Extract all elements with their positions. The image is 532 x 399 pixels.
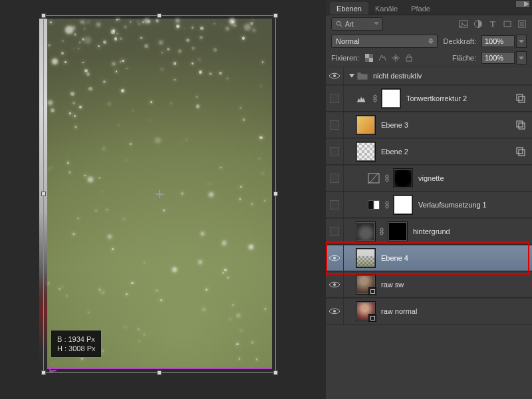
transform-handle-tr[interactable] [273, 13, 278, 18]
layer-name: hintergrund [413, 227, 450, 235]
layer-mask-thumb[interactable] [381, 88, 401, 108]
fill-label: Fläche: [452, 54, 476, 62]
lock-transparency-icon[interactable] [364, 53, 374, 63]
transform-handle-tl[interactable] [41, 13, 46, 18]
layer-mask-thumb[interactable] [393, 168, 413, 188]
layer-filter-type[interactable]: Art [331, 17, 383, 31]
layer-thumb[interactable] [356, 248, 376, 268]
placed-layer[interactable]: B : 1934 Px H : 3008 Px [47, 19, 272, 369]
svg-rect-8 [365, 54, 369, 58]
visibility-toggle[interactable] [326, 192, 344, 217]
layer-name: raw sw [381, 281, 404, 289]
layer-row-verlaufsumsetzung-1[interactable]: Verlaufsumsetzung 1 [326, 192, 532, 218]
transform-handle-mr[interactable] [273, 192, 278, 196]
smart-object-badge-icon [368, 314, 376, 322]
visibility-toggle[interactable] [326, 67, 344, 84]
tab-channels[interactable]: Kanäle [368, 2, 404, 15]
filter-shape-icon[interactable] [503, 19, 512, 29]
link-icon[interactable] [384, 200, 390, 209]
curves-adjustment-icon [368, 172, 380, 184]
transform-handle-bm[interactable] [157, 370, 162, 375]
lock-all-icon[interactable] [404, 53, 414, 63]
blend-mode-select[interactable]: Normal [331, 35, 438, 48]
layer-name: vignette [418, 174, 444, 182]
tab-layers[interactable]: Ebenen [330, 2, 368, 15]
svg-rect-5 [519, 21, 525, 27]
visibility-toggle[interactable] [326, 112, 344, 138]
layer-name: Ebene 2 [381, 148, 408, 156]
blend-mode-value: Normal [336, 37, 359, 45]
filter-stack-icon[interactable] [516, 120, 525, 130]
visibility-toggle[interactable] [326, 245, 344, 271]
fill-dropdown[interactable] [516, 51, 527, 65]
link-icon[interactable] [372, 94, 378, 103]
layers-panel: Ebenen Kanäle Pfade Art T Normal Deckkra… [326, 0, 532, 399]
svg-point-19 [333, 257, 336, 259]
svg-rect-16 [517, 148, 523, 154]
layer-mask-thumb[interactable] [393, 195, 413, 215]
smart-object-badge-icon [368, 287, 376, 295]
filter-pixel-icon[interactable] [459, 19, 468, 29]
opacity-dropdown[interactable] [516, 35, 527, 48]
document-canvas[interactable]: B : 1934 Px H : 3008 Px [0, 0, 326, 399]
visibility-toggle[interactable] [326, 139, 344, 164]
filter-stack-icon[interactable] [516, 147, 525, 156]
tab-paths[interactable]: Pfade [404, 2, 437, 15]
layer-thumb[interactable] [356, 142, 376, 162]
group-disclosure-icon[interactable] [349, 74, 354, 78]
layer-name: raw normal [381, 307, 417, 315]
layer-thumb[interactable] [356, 221, 376, 241]
svg-point-11 [333, 74, 336, 77]
layer-row-hintergrund[interactable]: hintergrund [326, 218, 532, 245]
svg-point-0 [336, 21, 340, 25]
transform-handle-ml[interactable] [41, 192, 46, 196]
transform-handle-br[interactable] [273, 370, 278, 375]
svg-point-20 [333, 283, 336, 286]
transform-dimensions-hint: B : 1934 Px H : 3008 Px [51, 331, 101, 357]
layer-mask-thumb[interactable] [388, 221, 408, 241]
filter-type-icon[interactable]: T [488, 19, 497, 29]
lock-label: Fixieren: [331, 54, 359, 62]
layer-name: Ebene 4 [381, 254, 408, 262]
layer-name: Verlaufsumsetzung 1 [418, 201, 487, 209]
link-icon[interactable] [384, 174, 390, 183]
layer-thumb[interactable] [356, 301, 376, 321]
svg-rect-17 [519, 150, 525, 156]
layer-row-ebene-3[interactable]: Ebene 3 [326, 112, 532, 138]
layer-thumb[interactable] [356, 275, 376, 295]
link-icon[interactable] [378, 227, 385, 236]
transform-handle-bl[interactable] [41, 370, 46, 375]
layer-thumb[interactable] [356, 115, 376, 135]
panel-menu-icon[interactable] [512, 0, 529, 11]
svg-rect-10 [406, 57, 412, 61]
layer-row-ebene-2[interactable]: Ebene 2 [326, 138, 532, 165]
svg-rect-12 [517, 94, 523, 100]
visibility-toggle[interactable] [326, 299, 344, 324]
filter-stack-icon[interactable] [516, 94, 525, 103]
transform-bounding-box[interactable] [43, 15, 276, 373]
lock-image-icon[interactable] [378, 53, 387, 63]
visibility-toggle[interactable] [326, 219, 344, 244]
layer-row-ebene-4[interactable]: Ebene 4 [326, 245, 532, 271]
layer-row-raw-sw[interactable]: raw sw [326, 271, 532, 298]
svg-rect-15 [519, 123, 525, 129]
transform-handle-tm[interactable] [157, 13, 162, 18]
layer-row-tonwertkorrektur-2[interactable]: Tonwertkorrektur 2 [326, 85, 532, 112]
layer-row-raw-normal[interactable]: raw normal [326, 298, 532, 325]
layer-filter-label: Art [345, 21, 354, 28]
filter-adjust-icon[interactable] [473, 19, 483, 29]
visibility-toggle[interactable] [326, 272, 344, 297]
transform-center-point[interactable] [156, 190, 164, 198]
layer-group-header[interactable]: nicht destruktiv [326, 66, 532, 85]
opacity-field[interactable]: 100% [481, 35, 515, 47]
fill-field[interactable]: 100% [481, 52, 515, 64]
group-name: nicht destruktiv [373, 72, 422, 80]
layer-row-vignette[interactable]: vignette [326, 165, 532, 192]
svg-rect-14 [517, 121, 523, 127]
lock-position-icon[interactable] [391, 53, 400, 63]
visibility-toggle[interactable] [326, 86, 344, 111]
visibility-toggle[interactable] [326, 166, 344, 191]
filter-smart-icon[interactable] [517, 19, 527, 29]
opacity-value: 100% [485, 37, 503, 45]
svg-rect-13 [519, 96, 525, 102]
